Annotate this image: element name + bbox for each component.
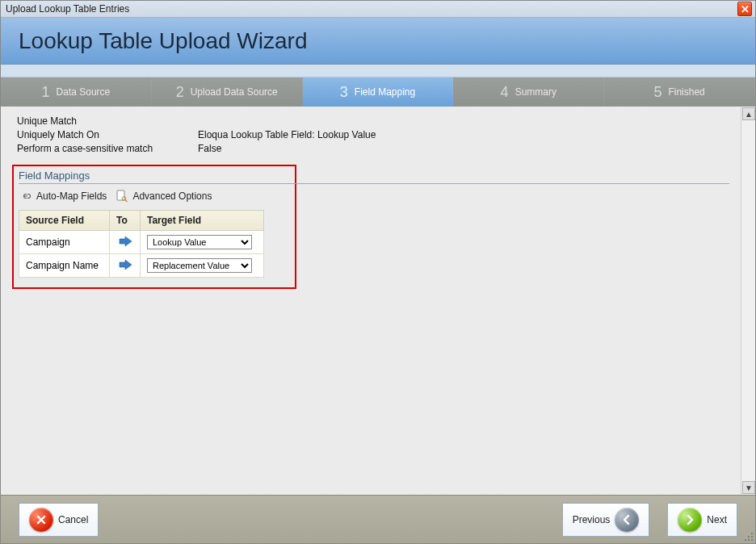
mapping-toolbar: Auto-Map Fields Advanced Options [19, 189, 290, 203]
target-field-select[interactable]: Lookup Value [147, 235, 252, 249]
scroll-up-arrow-icon[interactable]: ▲ [742, 107, 755, 120]
wizard-header: Lookup Table Upload Wizard [1, 18, 755, 65]
resize-grip-icon[interactable] [742, 530, 754, 542]
step-upload-data-source[interactable]: 2 Upload Data Source [152, 77, 303, 107]
uniquely-match-on-label: Uniquely Match On [17, 128, 170, 142]
scroll-down-arrow-icon[interactable]: ▼ [742, 481, 755, 494]
uniquely-match-on-value: Eloqua Lookup Table Field: Lookup Value [198, 128, 376, 142]
step-label: Data Source [57, 86, 111, 98]
step-finished[interactable]: 5 Finished [604, 77, 755, 107]
target-field-cell: Replacement Value [141, 254, 264, 278]
col-to: To [110, 211, 141, 231]
step-data-source[interactable]: 1 Data Source [1, 77, 152, 107]
close-button[interactable]: ✕ [737, 2, 752, 16]
auto-map-label: Auto-Map Fields [36, 190, 107, 202]
source-field-cell: Campaign [19, 231, 110, 254]
unique-match-heading: Unique Match [17, 115, 736, 128]
step-field-mapping[interactable]: 3 Field Mapping [303, 77, 454, 107]
content-area: Unique Match Uniquely Match On Eloqua Lo… [1, 107, 755, 495]
step-number: 5 [653, 84, 662, 101]
target-field-select[interactable]: Replacement Value [147, 258, 252, 273]
svg-rect-0 [117, 190, 124, 200]
wizard-sub-banner [1, 65, 755, 77]
previous-button[interactable]: Previous [562, 503, 650, 537]
field-mappings-title: Field Mappings [19, 169, 729, 184]
arrow-right-icon [678, 508, 702, 532]
wizard-footer: Cancel Previous Next [1, 495, 755, 543]
table-row: Campaign Name Replacement Value [19, 254, 264, 278]
source-field-cell: Campaign Name [19, 254, 110, 278]
table-row: Campaign Lookup Value [19, 231, 264, 254]
arrow-right-icon [118, 259, 132, 270]
step-label: Field Mapping [355, 86, 415, 98]
step-label: Summary [515, 86, 556, 98]
col-target-field: Target Field [141, 211, 264, 231]
step-label: Finished [668, 86, 704, 98]
field-mapping-table: Source Field To Target Field Campaign [19, 210, 264, 278]
vertical-scrollbar[interactable]: ▲ ▼ [741, 107, 755, 495]
next-button[interactable]: Next [667, 503, 737, 537]
content-scroll: Unique Match Uniquely Match On Eloqua Lo… [1, 107, 741, 495]
cancel-icon [29, 508, 53, 532]
close-icon: ✕ [741, 3, 750, 15]
case-sensitive-label: Perform a case-sensitive match [17, 142, 170, 156]
document-magnify-icon [115, 189, 129, 203]
auto-map-fields-button[interactable]: Auto-Map Fields [19, 189, 107, 203]
wizard-title: Lookup Table Upload Wizard [19, 28, 307, 54]
step-number: 4 [501, 84, 509, 101]
table-header-row: Source Field To Target Field [19, 211, 264, 231]
arrow-cell [110, 231, 141, 254]
next-label: Next [707, 514, 727, 525]
previous-label: Previous [573, 514, 611, 525]
case-sensitive-value: False [198, 142, 221, 156]
window-title: Upload Lookup Table Entries [6, 3, 737, 15]
wizard-steps: 1 Data Source 2 Upload Data Source 3 Fie… [1, 77, 755, 107]
field-mappings-highlight: Field Mappings Auto-Map Fields [12, 165, 296, 289]
advanced-options-button[interactable]: Advanced Options [115, 189, 212, 203]
chain-link-icon [19, 189, 33, 203]
advanced-options-label: Advanced Options [132, 190, 212, 202]
cancel-label: Cancel [58, 514, 88, 525]
arrow-cell [110, 254, 141, 278]
step-number: 3 [340, 84, 348, 101]
target-field-cell: Lookup Value [141, 231, 264, 254]
arrow-left-icon [615, 508, 639, 532]
cancel-button[interactable]: Cancel [19, 503, 99, 537]
col-source-field: Source Field [19, 211, 110, 231]
step-number: 1 [42, 84, 50, 101]
svg-line-2 [125, 200, 128, 203]
arrow-right-icon [118, 236, 132, 247]
step-number: 2 [176, 84, 184, 101]
step-label: Upload Data Source [191, 86, 278, 98]
window-titlebar: Upload Lookup Table Entries ✕ [1, 0, 755, 18]
step-summary[interactable]: 4 Summary [453, 77, 604, 107]
match-info: Unique Match Uniquely Match On Eloqua Lo… [17, 115, 736, 155]
